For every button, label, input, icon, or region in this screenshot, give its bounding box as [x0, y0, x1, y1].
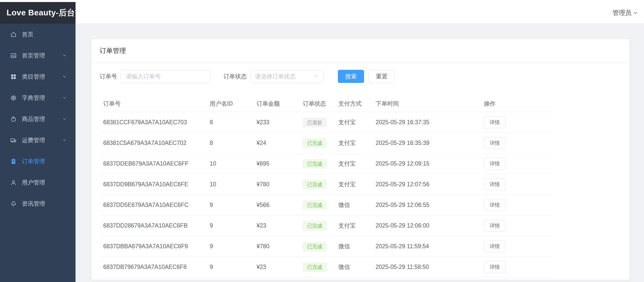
status-badge: 已完成 [303, 221, 327, 230]
chevron-down-icon [62, 138, 67, 143]
chevron-down-icon [62, 74, 67, 79]
sidebar-item-dict-manage[interactable]: 字典管理 [0, 87, 76, 108]
order-management-panel: 订单管理 订单号 订单状态 请选择订单状态 搜索 重置 [91, 39, 629, 280]
bell-icon [10, 200, 17, 207]
sidebar-item-homepage-manage[interactable]: 首页管理 [0, 45, 76, 66]
sidebar-item-label: 商品管理 [22, 115, 45, 123]
user-id-cell: 9 [206, 236, 253, 257]
sidebar-item-shipping-manage[interactable]: 运费管理 [0, 130, 76, 151]
sidebar-menu: 首页首页管理类目管理字典管理商品管理运费管理订单管理用户管理资讯管理 [0, 24, 76, 282]
sidebar-item-user-manage[interactable]: 用户管理 [0, 172, 76, 193]
sidebar-item-label: 用户管理 [22, 179, 45, 186]
order-no-cell: 6837DD28679A3A7A10AEC6FB [100, 215, 206, 236]
topbar: 管理员 [76, 2, 644, 24]
sidebar-item-category-manage[interactable]: 类目管理 [0, 66, 76, 87]
app-root: Love Beauty-后台管理 首页首页管理类目管理字典管理商品管理运费管理订… [0, 2, 644, 282]
order-status-select[interactable]: 请选择订单状态 [250, 70, 324, 83]
status-badge: 已完成 [303, 201, 327, 210]
chevron-down-icon [62, 95, 67, 100]
time-cell: 2025-05-29 12:09:15 [372, 153, 480, 174]
detail-button[interactable]: 详情 [484, 158, 506, 170]
status-badge: 已完成 [303, 139, 327, 148]
table-row: 6837DDEB679A3A7A10AEC6FF10¥695已完成支付宝2025… [100, 153, 552, 174]
table-row: 6837D4C9679A3A7A10AEC6F66¥566已完成微信2025-0… [100, 277, 552, 280]
payment-cell: 支付宝 [335, 133, 372, 153]
table-row: 6837DD5E679A3A7A10AEC6FC9¥566已完成微信2025-0… [100, 195, 552, 215]
detail-button[interactable]: 详情 [484, 240, 506, 252]
amount-cell: ¥233 [253, 112, 299, 133]
status-cell: 已完成 [299, 277, 335, 280]
order-status-label: 订单状态 [224, 73, 247, 80]
time-cell: 2025-05-29 11:30:18 [372, 277, 480, 280]
panel-body: 订单号 订单状态 请选择订单状态 搜索 重置 [91, 63, 629, 280]
table-header-cell: 支付方式 [335, 96, 372, 112]
sidebar-item-label: 资讯管理 [22, 200, 45, 208]
detail-button[interactable]: 详情 [484, 199, 506, 211]
admin-menu[interactable]: 管理员 [613, 9, 638, 17]
amount-cell: ¥23 [253, 257, 299, 277]
table-row: 6837DD28679A3A7A10AEC6FB9¥23已完成支付宝2025-0… [100, 215, 552, 236]
amount-cell: ¥566 [253, 277, 299, 280]
detail-button[interactable]: 详情 [484, 261, 506, 273]
order-status-placeholder: 请选择订单状态 [255, 73, 313, 80]
amount-cell: ¥23 [253, 215, 299, 236]
search-button[interactable]: 搜索 [338, 70, 364, 83]
order-no-input[interactable] [121, 70, 210, 83]
status-cell: 已退款 [299, 112, 335, 133]
table-header-cell: 订单金额 [253, 96, 299, 112]
reset-button[interactable]: 重置 [369, 70, 395, 83]
sidebar-item-product-manage[interactable]: 商品管理 [0, 108, 76, 130]
payment-cell: 微信 [335, 277, 372, 280]
status-cell: 已完成 [299, 133, 335, 153]
payment-cell: 支付宝 [335, 215, 372, 236]
chevron-down-icon [62, 116, 67, 121]
action-cell: 详情 [480, 153, 552, 174]
sidebar-item-home[interactable]: 首页 [0, 24, 76, 45]
user-id-cell: 6 [206, 277, 253, 280]
detail-button[interactable]: 详情 [484, 116, 506, 128]
action-cell: 详情 [480, 277, 552, 280]
sidebar-item-news-manage[interactable]: 资讯管理 [0, 193, 76, 214]
table-row: 68381C5A679A3A7A10AEC7028¥24已完成支付宝2025-0… [100, 133, 552, 153]
table-header-cell: 订单状态 [299, 96, 335, 112]
filter-row: 订单号 订单状态 请选择订单状态 搜索 重置 [100, 70, 621, 83]
detail-button[interactable]: 详情 [484, 220, 506, 232]
time-cell: 2025-05-29 11:59:54 [372, 236, 480, 257]
order-no-cell: 6837D4C9679A3A7A10AEC6F6 [100, 277, 206, 280]
order-no-cell: 6837DD5E679A3A7A10AEC6FC [100, 195, 206, 215]
chevron-down-icon [313, 74, 319, 79]
page-title: 订单管理 [91, 39, 629, 63]
status-cell: 已完成 [299, 195, 335, 215]
order-no-cell: 6837DDEB679A3A7A10AEC6FF [100, 153, 206, 174]
sidebar-item-label: 订单管理 [22, 158, 45, 165]
sidebar-item-label: 首页 [22, 30, 33, 38]
detail-button[interactable]: 详情 [484, 178, 506, 190]
time-cell: 2025-05-29 12:07:56 [372, 174, 480, 195]
sidebar-item-order-manage[interactable]: 订单管理 [0, 151, 76, 172]
orders-table: 订单号用户名ID订单金额订单状态支付方式下单时间操作 68381CCF679A3… [100, 96, 552, 280]
status-cell: 已完成 [299, 236, 335, 257]
table-row: 68381CCF679A3A7A10AEC7038¥233已退款支付宝2025-… [100, 112, 552, 133]
table-row: 6837DB79679A3A7A10AEC6F89¥23已完成微信2025-05… [100, 257, 552, 277]
status-cell: 已完成 [299, 153, 335, 174]
action-cell: 详情 [480, 236, 552, 257]
status-badge: 已完成 [303, 159, 327, 168]
home-icon [10, 31, 17, 38]
admin-label: 管理员 [613, 9, 631, 17]
action-cell: 详情 [480, 215, 552, 236]
payment-cell: 支付宝 [335, 112, 372, 133]
grid-icon [10, 73, 17, 80]
sidebar: Love Beauty-后台管理 首页首页管理类目管理字典管理商品管理运费管理订… [0, 2, 76, 282]
truck-icon [10, 137, 17, 144]
sidebar-item-label: 首页管理 [22, 52, 45, 59]
payment-cell: 微信 [335, 236, 372, 257]
payment-cell: 微信 [335, 195, 372, 215]
order-no-cell: 68381CCF679A3A7A10AEC703 [100, 112, 206, 133]
shopping-bag-icon [10, 116, 17, 122]
detail-button[interactable]: 详情 [484, 137, 506, 149]
user-id-cell: 10 [206, 153, 253, 174]
content-area: 订单管理 订单号 订单状态 请选择订单状态 搜索 重置 [76, 24, 644, 282]
status-badge: 已完成 [303, 180, 327, 189]
payment-cell: 支付宝 [335, 153, 372, 174]
action-cell: 详情 [480, 112, 552, 133]
